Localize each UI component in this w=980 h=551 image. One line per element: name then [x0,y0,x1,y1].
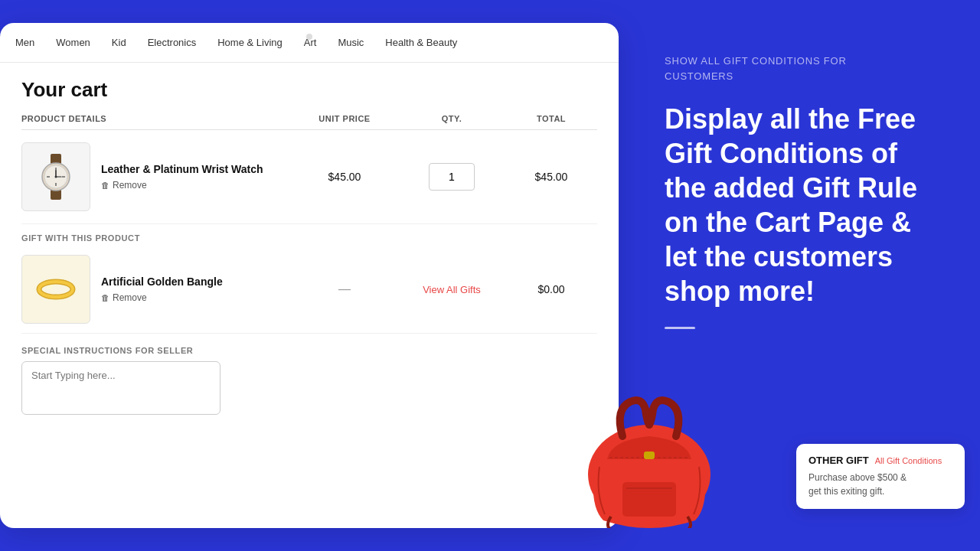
gift-details: Artificial Golden Bangle 🗑 Remove [21,255,291,324]
cart-title: Your cart [21,78,597,102]
product-unit-price: $45.00 [291,171,398,183]
nav-item-electronics[interactable]: Electronics [148,34,197,51]
bangle-illustration [33,266,79,312]
special-instructions-label: SPECIAL INSTRUCTIONS FOR SELLER [21,346,597,355]
svg-rect-16 [622,482,676,517]
trash-icon: 🗑 [101,181,109,190]
gift-trash-icon: 🗑 [101,293,109,302]
right-divider [665,327,695,329]
watch-illustration [29,150,83,204]
other-gift-label: OTHER GIFT [808,455,869,466]
svg-point-10 [55,176,57,178]
gift-card-description: Purchase above $500 &get this exiting gi… [808,471,952,498]
right-subtitle: SHOW ALL GIFT CONDITIONS FORCUSTOMERS [665,54,942,83]
product-qty-input[interactable] [429,163,475,191]
col-product: PRODUCT DETAILS [21,114,291,123]
gift-dash: — [291,282,398,296]
product-info: Leather & Platinum Wrist Watch 🗑 Remove [101,163,263,191]
gift-remove-label: Remove [113,292,147,303]
gift-section-label: GIFT WITH THIS PRODUCT [21,224,597,246]
gift-row: Artificial Golden Bangle 🗑 Remove — View… [21,246,597,334]
table-header: PRODUCT DETAILS UNIT PRICE QTY. TOTAL [21,114,597,130]
right-panel: SHOW ALL GIFT CONDITIONS FORCUSTOMERS Di… [619,0,980,551]
nav-item-home-living[interactable]: Home & Living [217,34,283,51]
special-instructions-textarea[interactable] [21,361,220,415]
gift-name: Artificial Golden Bangle [101,276,223,288]
col-qty: QTY. [398,114,505,123]
product-name: Leather & Platinum Wrist Watch [101,163,263,175]
special-instructions-section: SPECIAL INSTRUCTIONS FOR SELLER [21,334,597,425]
svg-rect-18 [644,452,655,459]
nav-item-men[interactable]: Men [15,34,34,51]
gift-card-header: OTHER GIFT All Gift Conditions [808,455,952,466]
nav-item-health-beauty[interactable]: Health & Beauty [385,34,457,51]
nav-item-women[interactable]: Women [56,34,90,51]
gift-card-popup: OTHER GIFT All Gift Conditions Purchase … [796,444,965,509]
cart-content: Your cart PRODUCT DETAILS UNIT PRICE QTY… [0,63,619,441]
cart-panel: Men Women Kid Electronics Home & Living … [0,23,619,528]
product-row: Leather & Platinum Wrist Watch 🗑 Remove … [21,130,597,224]
gift-remove-button[interactable]: 🗑 Remove [101,292,147,303]
col-unit-price: UNIT PRICE [291,114,398,123]
product-total: $45.00 [505,171,597,183]
dot-indicator [306,34,312,40]
product-remove-button[interactable]: 🗑 Remove [101,180,147,191]
handbag-illustration [573,367,726,528]
col-total: TOTAL [505,114,597,123]
nav-item-kid[interactable]: Kid [112,34,126,51]
handbag-float [573,367,726,528]
navigation: Men Women Kid Electronics Home & Living … [0,23,619,63]
product-details: Leather & Platinum Wrist Watch 🗑 Remove [21,142,291,211]
product-remove-label: Remove [113,180,147,191]
gift-total: $0.00 [505,283,597,295]
view-all-gifts-button[interactable]: View All Gifts [398,284,505,295]
gift-info: Artificial Golden Bangle 🗑 Remove [101,276,223,303]
gift-image [21,255,90,324]
nav-item-music[interactable]: Music [338,34,364,51]
product-qty-cell [398,163,505,191]
all-conditions-link[interactable]: All Gift Conditions [875,456,942,465]
product-image [21,142,90,211]
right-title: Display all the Free Gift Conditions of … [665,102,942,308]
